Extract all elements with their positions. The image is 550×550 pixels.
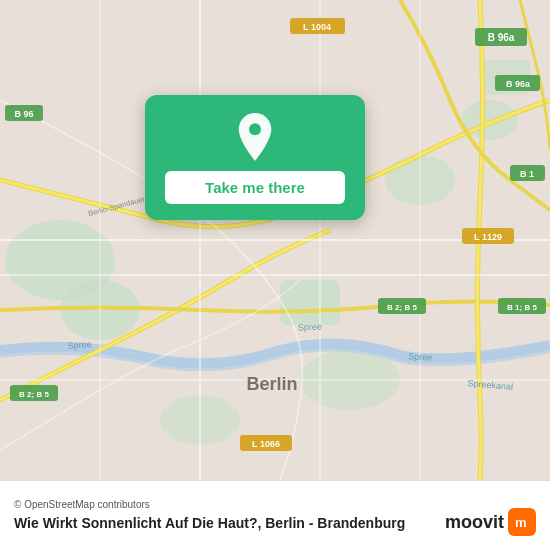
svg-text:Spree: Spree [408, 351, 433, 362]
take-me-there-button[interactable]: Take me there [165, 171, 345, 204]
map-background: B 96a B 96a L 1004 B 96 B 1 L 1129 B 2; … [0, 0, 550, 480]
svg-text:Spree: Spree [298, 321, 323, 332]
map-container: B 96a B 96a L 1004 B 96 B 1 L 1129 B 2; … [0, 0, 550, 480]
svg-text:Spree: Spree [67, 339, 92, 351]
svg-text:m: m [515, 515, 527, 530]
svg-text:Berlin: Berlin [246, 374, 297, 394]
moovit-logo: moovit m [445, 508, 536, 536]
svg-text:L 1066: L 1066 [252, 439, 280, 449]
overlay-card: Take me there [145, 95, 365, 220]
svg-rect-3 [280, 280, 340, 325]
svg-point-5 [462, 100, 518, 140]
svg-text:B 2; B 5: B 2; B 5 [387, 303, 417, 312]
svg-text:B 1: B 1 [520, 169, 534, 179]
svg-point-42 [249, 123, 261, 135]
svg-text:B 1; B 5: B 1; B 5 [507, 303, 537, 312]
bottom-bar: © OpenStreetMap contributors Wie Wirkt S… [0, 480, 550, 550]
svg-text:L 1004: L 1004 [303, 22, 331, 32]
svg-text:L 1129: L 1129 [474, 232, 502, 242]
svg-text:B 2; B 5: B 2; B 5 [19, 390, 49, 399]
moovit-icon: m [508, 508, 536, 536]
svg-text:B 96: B 96 [14, 109, 33, 119]
moovit-brand-text: moovit [445, 512, 504, 533]
svg-text:B 96a: B 96a [506, 79, 531, 89]
svg-text:B 96a: B 96a [488, 32, 515, 43]
location-pin-icon [231, 113, 279, 161]
